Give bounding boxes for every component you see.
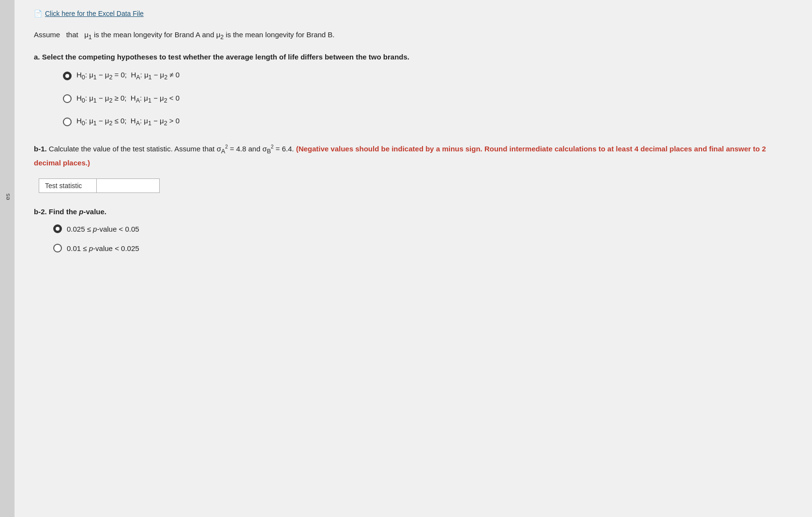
pvalue-radio-2[interactable] — [53, 244, 62, 252]
pvalue-options: 0.025 ≤ p-value < 0.05 0.01 ≤ p-value < … — [53, 224, 793, 252]
hypothesis-option-3[interactable]: H0: μ1 − μ2 ≤ 0; HA: μ1 − μ2 > 0 — [63, 116, 793, 128]
excel-link[interactable]: Click here for the Excel Data File — [45, 10, 144, 17]
section-b2: b-2. Find the p-value. 0.025 ≤ p-value <… — [34, 207, 793, 252]
hypothesis-text-1: H0: μ1 − μ2 = 0; HA: μ1 − μ2 ≠ 0 — [76, 70, 180, 82]
b2-label: b-2. Find the p-value. — [34, 207, 793, 216]
main-content: 📄 Click here for the Excel Data File Ass… — [15, 0, 812, 517]
sidebar-label: es — [4, 193, 11, 200]
hypothesis-text-2: H0: μ1 − μ2 ≥ 0; HA: μ1 − μ2 < 0 — [76, 93, 180, 105]
section-a-label: a. Select the competing hypotheses to te… — [34, 53, 793, 61]
radio-button-3[interactable] — [63, 118, 72, 126]
test-statistic-label: Test statistic — [39, 178, 97, 193]
radio-button-1[interactable] — [63, 72, 72, 80]
section-b1: b-1. Calculate the value of the test sta… — [34, 143, 793, 193]
pvalue-text-1: 0.025 ≤ p-value < 0.05 — [67, 225, 139, 233]
hypothesis-text-3: H0: μ1 − μ2 ≤ 0; HA: μ1 − μ2 > 0 — [76, 116, 180, 128]
test-statistic-row: Test statistic — [39, 178, 793, 193]
test-statistic-input[interactable] — [97, 178, 160, 193]
pvalue-option-2[interactable]: 0.01 ≤ p-value < 0.025 — [53, 244, 793, 252]
hypothesis-option-2[interactable]: H0: μ1 − μ2 ≥ 0; HA: μ1 − μ2 < 0 — [63, 93, 793, 105]
pvalue-text-2: 0.01 ≤ p-value < 0.025 — [67, 244, 139, 252]
hypothesis-option-1[interactable]: H0: μ1 − μ2 = 0; HA: μ1 − μ2 ≠ 0 — [63, 70, 793, 82]
excel-link-row: 📄 Click here for the Excel Data File — [34, 10, 793, 17]
bold-red-instruction: (Negative values should be indicated by … — [34, 145, 766, 167]
b1-text: b-1. Calculate the value of the test sta… — [34, 143, 793, 169]
assume-text: Assume that μ1 is the mean longevity for… — [34, 29, 793, 42]
radio-button-2[interactable] — [63, 94, 72, 103]
pvalue-radio-1[interactable] — [53, 224, 62, 233]
pvalue-option-1[interactable]: 0.025 ≤ p-value < 0.05 — [53, 224, 793, 233]
hypothesis-options: H0: μ1 − μ2 = 0; HA: μ1 − μ2 ≠ 0 H0: μ1 … — [63, 70, 793, 128]
left-sidebar: es — [0, 0, 15, 517]
excel-icon: 📄 — [34, 10, 42, 17]
